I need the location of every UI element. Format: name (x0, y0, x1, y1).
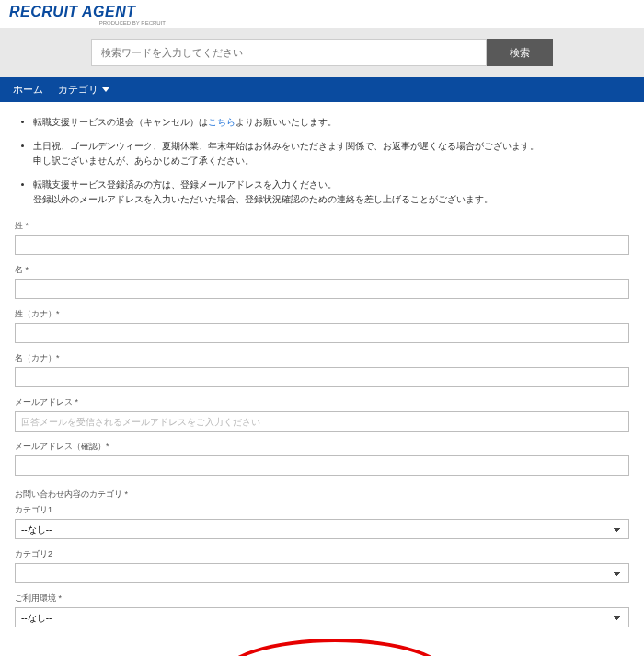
label-inquiry-cat: お問い合わせ内容のカテゴリ * (15, 489, 629, 501)
search-wrap: 検索 (91, 39, 553, 66)
content: 転職支援サービスの退会（キャンセル）はこちらよりお願いいたします。 土日祝、ゴー… (0, 102, 644, 656)
notice-text: よりお願いいたします。 (236, 117, 337, 127)
submit-area: 次へ (15, 644, 629, 656)
nav-category[interactable]: カテゴリ (58, 83, 109, 97)
nav-category-label: カテゴリ (58, 83, 98, 97)
logo-text: RECRUIT AGENT (9, 4, 635, 20)
label-sei: 姓 * (15, 220, 629, 232)
search-input[interactable] (91, 39, 487, 66)
logo-subtext: PRODUCED BY RECRUIT (9, 20, 166, 26)
logo-bar: RECRUIT AGENT PRODUCED BY RECRUIT (0, 0, 644, 28)
notice-text: 転職支援サービス登録済みの方は、登録メールアドレスを入力ください。 (33, 179, 337, 190)
nav-home-label: ホーム (13, 83, 43, 97)
input-email[interactable] (15, 411, 629, 432)
annotation-circle (219, 639, 451, 656)
notice-list: 転職支援サービスの退会（キャンセル）はこちらよりお願いいたします。 土日祝、ゴー… (15, 115, 629, 207)
label-sei-kana: 姓（カナ）* (15, 308, 629, 320)
notice-item: 土日祝、ゴールデンウィーク、夏期休業、年末年始はお休みをいただきます関係で、お返… (33, 139, 629, 168)
field-cat2: カテゴリ2 (15, 548, 629, 583)
label-mei-kana: 名（カナ）* (15, 352, 629, 364)
field-mei-kana: 名（カナ）* (15, 352, 629, 387)
select-cat1[interactable]: --なし-- (15, 519, 629, 539)
field-cat1: カテゴリ1 --なし-- (15, 504, 629, 539)
input-mei[interactable] (15, 279, 629, 299)
chevron-down-icon (102, 87, 109, 92)
navbar: ホーム カテゴリ (0, 77, 644, 102)
notice-text: 申し訳ございませんが、あらかじめご了承ください。 (33, 155, 254, 166)
label-env: ご利用環境 * (15, 593, 629, 604)
notice-text: 土日祝、ゴールデンウィーク、夏期休業、年末年始はお休みをいただきます関係で、お返… (33, 141, 539, 151)
notice-text: 登録以外のメールアドレスを入力いただいた場合、登録状況確認のための連絡を差し上げ… (33, 194, 493, 204)
input-mei-kana[interactable] (15, 367, 629, 387)
label-email-confirm: メールアドレス（確認）* (15, 441, 629, 453)
input-email-confirm[interactable] (15, 455, 629, 476)
label-email: メールアドレス * (15, 397, 629, 409)
field-email-confirm: メールアドレス（確認）* (15, 441, 629, 476)
notice-item: 転職支援サービス登録済みの方は、登録メールアドレスを入力ください。 登録以外のメ… (33, 178, 629, 207)
input-sei[interactable] (15, 235, 629, 255)
select-cat2[interactable] (15, 563, 629, 583)
field-mei: 名 * (15, 264, 629, 299)
field-sei-kana: 姓（カナ）* (15, 308, 629, 343)
notice-item: 転職支援サービスの退会（キャンセル）はこちらよりお願いいたします。 (33, 115, 629, 130)
label-cat2: カテゴリ2 (15, 548, 629, 560)
field-env: ご利用環境 * --なし-- (15, 593, 629, 627)
inquiry-category-heading: お問い合わせ内容のカテゴリ * (15, 489, 629, 501)
select-env[interactable]: --なし-- (15, 607, 629, 627)
field-email: メールアドレス * (15, 397, 629, 432)
input-sei-kana[interactable] (15, 323, 629, 343)
field-sei: 姓 * (15, 220, 629, 255)
nav-home[interactable]: ホーム (13, 83, 43, 97)
label-cat1: カテゴリ1 (15, 504, 629, 516)
notice-text: 転職支援サービスの退会（キャンセル）は (33, 117, 208, 127)
cancel-link[interactable]: こちら (208, 117, 236, 127)
search-button[interactable]: 検索 (487, 39, 553, 66)
search-band: 検索 (0, 28, 644, 77)
label-mei: 名 * (15, 264, 629, 276)
